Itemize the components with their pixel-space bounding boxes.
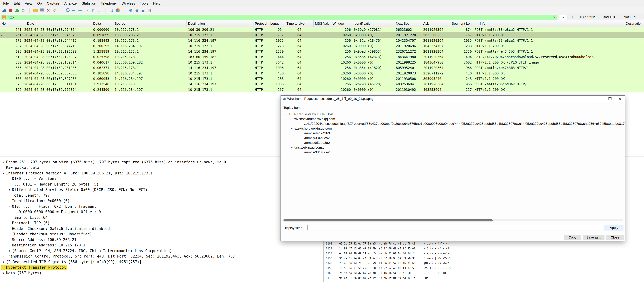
expander-icon[interactable] bbox=[1, 160, 6, 164]
detail-row[interactable]: Protocol: TCP (6) bbox=[0, 220, 324, 226]
start-capture-icon[interactable] bbox=[1, 8, 7, 13]
dialog-filter-input[interactable] bbox=[308, 225, 602, 230]
menu-item[interactable]: Telephony bbox=[98, 1, 119, 6]
hex-row[interactable]: 0160 2c 9e ca 0d d2 b7 7e f0 30 1b ab 54… bbox=[326, 271, 644, 276]
menu-item[interactable]: Go bbox=[35, 1, 44, 6]
column-header[interactable]: Time to Live bbox=[285, 21, 314, 27]
column-header[interactable]: Destination bbox=[624, 21, 644, 27]
expander-icon[interactable] bbox=[1, 260, 6, 264]
filter-shortcut-button[interactable]: Bad TCP bbox=[602, 15, 617, 19]
column-header[interactable]: No. bbox=[0, 21, 23, 27]
tree-item[interactable]: wxsnsdythumb.wxs.qq.com bbox=[281, 116, 625, 121]
detail-row[interactable]: Time to Live: 64 bbox=[0, 215, 324, 220]
expander-icon[interactable] bbox=[7, 204, 12, 209]
tree-item[interactable]: /141/20204/snscosdownload/SZ/reserved/65… bbox=[281, 121, 625, 126]
menu-item[interactable]: Wireless bbox=[119, 1, 138, 6]
tree-item[interactable]: szextshort.weixin.qq.com bbox=[281, 126, 625, 131]
detail-row[interactable]: Total Length: 797 bbox=[0, 193, 324, 198]
detail-row[interactable]: Hypertext Transfer Protocol bbox=[0, 265, 324, 270]
scrollbar-thumb[interactable] bbox=[284, 219, 493, 221]
expander-icon[interactable] bbox=[1, 171, 6, 175]
detail-row[interactable]: 010. .... = Flags: 0x2, Don't fragment bbox=[0, 204, 324, 209]
tree-column-header[interactable]: Topic / Item bbox=[284, 106, 300, 110]
expander-icon[interactable] bbox=[1, 254, 6, 258]
filter-shortcut-button[interactable]: Not GRE bbox=[623, 15, 638, 19]
expander-icon[interactable] bbox=[290, 126, 294, 131]
detail-row[interactable]: Raw packet data bbox=[0, 165, 324, 171]
menu-item[interactable]: Help bbox=[151, 1, 163, 6]
detail-row[interactable]: Source Address: 106.39.206.21 bbox=[0, 237, 324, 243]
find-packet-icon[interactable] bbox=[64, 8, 70, 13]
stop-capture-icon[interactable]: ■ bbox=[8, 8, 13, 13]
go-to-packet-icon[interactable]: ⇒ bbox=[83, 8, 89, 13]
detail-row[interactable]: Transmission Control Protocol, Src Port:… bbox=[0, 254, 324, 259]
reload-file-icon[interactable]: ↻ bbox=[52, 8, 58, 13]
hex-row[interactable]: 0130 36 de 61 7e 0d c4 d9 7c c5 57 69 9c… bbox=[326, 256, 644, 261]
tree-item[interactable]: /mmtls/4e4743b3 bbox=[281, 131, 625, 135]
packet-row[interactable]: 297 2024-04-28 00:17:30.844710 0.300295 … bbox=[0, 43, 644, 49]
minimize-button[interactable] bbox=[595, 96, 605, 102]
go-forward-icon[interactable]: → bbox=[77, 8, 83, 13]
close-button[interactable] bbox=[615, 96, 625, 102]
menu-item[interactable]: View bbox=[22, 1, 35, 6]
filter-clear-icon[interactable]: × bbox=[551, 15, 557, 19]
detail-row[interactable]: Differentiated Services Field: 0x00 (DSC… bbox=[0, 187, 324, 193]
add-filter-button[interactable]: + bbox=[570, 15, 575, 20]
column-header[interactable]: Info bbox=[473, 21, 624, 27]
detail-row[interactable]: 0100 .... = Version: 4 bbox=[0, 176, 324, 182]
column-header[interactable]: Ack bbox=[422, 21, 450, 27]
hex-row[interactable]: 0180 a3 d0 9e 3b b0 9b 3b de d8 6e 6f e3… bbox=[326, 280, 644, 282]
menu-item[interactable]: Statistics bbox=[79, 1, 98, 6]
packet-row[interactable]: 279 2024-04-28 00:17:30.544415 0.198442 … bbox=[0, 38, 644, 43]
auto-scroll-icon[interactable]: ⇊ bbox=[108, 8, 114, 13]
detail-row[interactable]: [Header checksum status: Unverified] bbox=[0, 231, 324, 237]
packet-row[interactable]: 339 2024-04-28 00:17:32.337883 0.105898 … bbox=[0, 70, 644, 76]
close-dialog-button[interactable]: Close bbox=[606, 235, 624, 240]
hex-row[interactable]: 0120 ec 02 96 20 d9 11 ec d5 ce db 72 01… bbox=[326, 251, 644, 256]
packet-row[interactable]: 312 2024-04-28 00:17:32.128997 0.025398 … bbox=[0, 54, 644, 60]
menu-item[interactable]: Edit bbox=[11, 1, 22, 6]
column-header[interactable]: MSS Valu bbox=[314, 21, 331, 27]
resize-columns-icon[interactable]: ▥ bbox=[146, 8, 152, 13]
filter-expression-dropdown[interactable]: ▾ bbox=[559, 15, 568, 20]
toolbar-separator[interactable] bbox=[26, 8, 32, 13]
detail-row[interactable]: Frame 251: 797 bytes on wire (6376 bits)… bbox=[0, 159, 324, 165]
maximize-button[interactable] bbox=[605, 96, 615, 102]
column-header[interactable]: Date bbox=[23, 21, 92, 27]
toolbar-separator[interactable] bbox=[102, 8, 108, 13]
detail-row[interactable]: [Source GeoIP: CN, ASN 23724, IDC, China… bbox=[0, 248, 324, 254]
packet-row[interactable]: 308 2024-04-28 00:17:32.103599 1.258889 … bbox=[0, 49, 644, 54]
go-back-icon[interactable]: ← bbox=[71, 8, 77, 13]
column-header[interactable]: Segment Len bbox=[450, 21, 473, 27]
toolbar-separator[interactable] bbox=[58, 8, 64, 13]
normal-size-icon[interactable]: ▣ bbox=[140, 8, 146, 13]
filter-bookmark-icon[interactable] bbox=[2, 16, 6, 19]
packet-row[interactable]: 335 2024-04-28 00:17:32.231985 0.062371 … bbox=[0, 65, 644, 70]
detail-row[interactable]: .... 0101 = Header Length: 20 bytes (5) bbox=[0, 182, 324, 187]
tree-item[interactable]: /mmtls/05ebd8a2 bbox=[281, 140, 625, 145]
packet-row[interactable]: 330 2024-04-28 00:17:32.169614 0.040617 … bbox=[0, 60, 644, 65]
packet-row[interactable]: 378 2024-04-28 00:17:36.311484 3.913548 … bbox=[0, 81, 644, 87]
expander-icon[interactable] bbox=[290, 117, 294, 121]
copy-button[interactable]: Copy bbox=[564, 235, 581, 240]
dialog-titlebar[interactable]: Wireshark · Requests · pcapdroid_28_4月_0… bbox=[281, 96, 625, 102]
detail-row[interactable]: [2 Reassembled TCP Segments (856 bytes):… bbox=[0, 259, 324, 265]
save-as-button[interactable]: Save as... bbox=[583, 235, 604, 240]
go-first-packet-icon[interactable]: ↑ bbox=[90, 8, 96, 13]
expander-icon[interactable] bbox=[1, 271, 6, 275]
colorize-icon[interactable] bbox=[115, 8, 121, 13]
column-header[interactable]: Window bbox=[331, 21, 352, 27]
menu-item[interactable]: Tools bbox=[138, 1, 151, 6]
expander-icon[interactable] bbox=[1, 265, 6, 269]
column-header[interactable]: Next Seq bbox=[394, 21, 422, 27]
menu-item[interactable]: Capture bbox=[44, 1, 62, 6]
detail-row[interactable]: ...0 0000 0000 0000 = Fragment Offset: 0 bbox=[0, 209, 324, 215]
go-last-packet-icon[interactable]: ↓ bbox=[96, 8, 102, 13]
zoom-in-icon[interactable]: ⊕ bbox=[128, 8, 134, 13]
tree-item[interactable]: HTTP Requests by HTTP Host bbox=[281, 112, 625, 116]
detail-row[interactable]: Destination Address: 10.215.173.1 bbox=[0, 243, 324, 248]
menu-item[interactable]: File bbox=[1, 1, 11, 6]
column-header[interactable]: Protocol bbox=[254, 21, 269, 27]
close-file-icon[interactable]: × bbox=[45, 8, 51, 13]
hex-row[interactable]: 0110 1b 97 47 d3 66 a7 85 fb a6 2f 06 d0… bbox=[326, 246, 644, 251]
